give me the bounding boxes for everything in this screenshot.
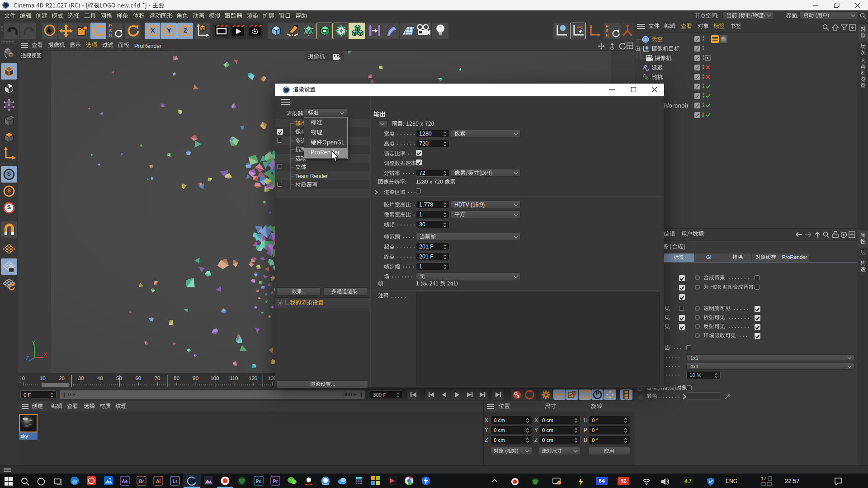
svg-text:Ps: Ps [256, 479, 262, 484]
svg-text:Ae: Ae [122, 479, 128, 484]
svg-text:Lr: Lr [173, 479, 178, 484]
svg-text:Ai: Ai [156, 479, 161, 484]
svg-text:Pr: Pr [273, 479, 278, 484]
svg-text:Br: Br [139, 479, 144, 484]
